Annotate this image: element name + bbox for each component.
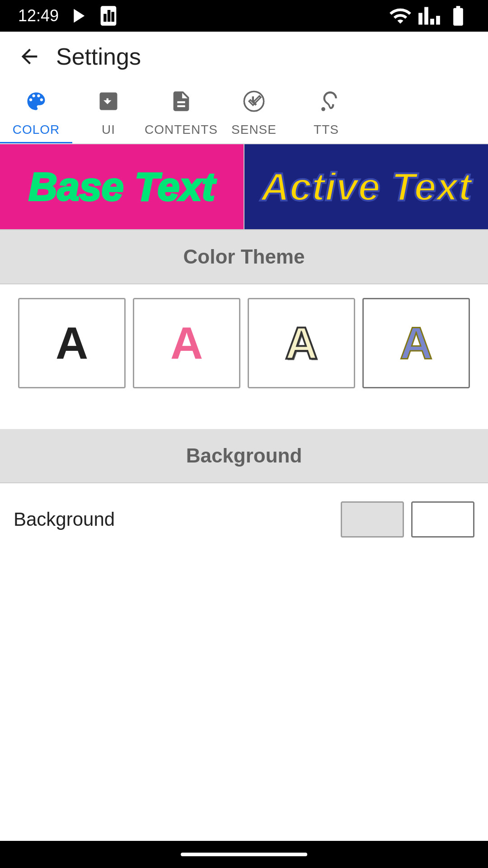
download-icon <box>97 90 120 118</box>
status-bar-left: 12:49 <box>18 4 120 28</box>
svg-rect-1 <box>103 14 107 22</box>
color-theme-options: A A A A <box>0 284 488 402</box>
palette-icon <box>24 90 48 118</box>
signal-icon <box>418 4 441 28</box>
theme-option-3[interactable]: A <box>248 298 355 388</box>
theme-option-2[interactable]: A <box>133 298 240 388</box>
base-text-preview: Base Text <box>28 164 215 210</box>
preview-active-card[interactable]: Active Text <box>244 144 488 229</box>
theme-option-1-letter: A <box>56 317 88 369</box>
preview-base-card[interactable]: Base Text <box>0 144 244 229</box>
color-theme-section-header: Color Theme <box>0 230 488 283</box>
sim-icon <box>97 4 120 28</box>
active-text-preview: Active Text <box>261 164 471 210</box>
bottom-home-indicator <box>181 853 307 856</box>
theme-option-2-letter: A <box>170 317 203 369</box>
battery-icon <box>446 4 470 28</box>
tab-sense-label: SENSE <box>231 123 277 137</box>
background-row: Background <box>0 483 488 556</box>
tab-ui[interactable]: UI <box>72 81 145 143</box>
background-section-title: Background <box>186 444 302 467</box>
page-title: Settings <box>56 43 141 70</box>
theme-option-3-letter: A <box>285 317 318 369</box>
tabs-container: COLOR UI CONTENTS SENSE TTS <box>0 81 488 144</box>
theme-option-4-letter: A <box>400 317 432 369</box>
tab-contents-label: CONTENTS <box>145 123 218 137</box>
color-theme-title: Color Theme <box>183 245 305 268</box>
svg-point-5 <box>321 107 325 111</box>
play-icon <box>66 4 89 28</box>
background-label: Background <box>14 509 115 530</box>
tab-color[interactable]: COLOR <box>0 81 72 143</box>
bottom-nav-bar <box>0 841 488 868</box>
status-bar-right <box>389 4 470 28</box>
tab-ui-label: UI <box>102 123 115 137</box>
document-icon <box>169 90 193 118</box>
theme-option-1[interactable]: A <box>18 298 126 388</box>
back-button[interactable] <box>14 41 45 72</box>
hearing-icon <box>314 90 338 118</box>
tab-tts[interactable]: TTS <box>290 81 362 143</box>
background-swatch-1[interactable] <box>341 501 404 538</box>
back-arrow-icon <box>18 45 41 68</box>
background-swatches <box>341 501 474 538</box>
tab-tts-label: TTS <box>314 123 339 137</box>
background-section-header: Background <box>0 429 488 482</box>
status-bar: 12:49 <box>0 0 488 32</box>
spacer-1 <box>0 402 488 429</box>
svg-rect-2 <box>108 10 111 22</box>
background-swatch-2[interactable] <box>411 501 474 538</box>
time-display: 12:49 <box>18 6 59 25</box>
tab-color-label: COLOR <box>13 123 60 137</box>
theme-option-4[interactable]: A <box>362 298 470 388</box>
preview-container: Base Text Active Text <box>0 144 488 230</box>
tab-contents[interactable]: CONTENTS <box>145 81 218 143</box>
svg-rect-3 <box>112 12 115 22</box>
wifi-icon <box>389 4 412 28</box>
tab-sense[interactable]: SENSE <box>218 81 290 143</box>
toolbar: Settings <box>0 32 488 81</box>
download-circle-icon <box>242 90 266 118</box>
